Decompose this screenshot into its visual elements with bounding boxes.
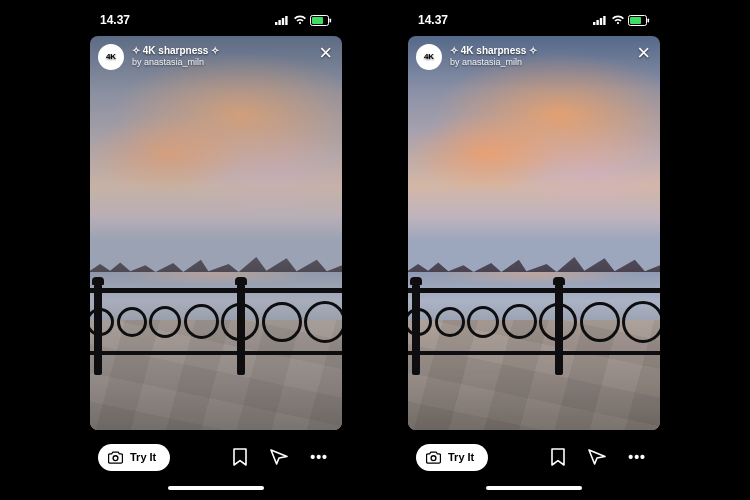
more-button[interactable]: ••• <box>622 445 652 469</box>
filter-title-block[interactable]: ✧ 4K sharpness ✧ by anastasia_miln <box>132 44 309 69</box>
svg-rect-13 <box>630 17 641 24</box>
svg-rect-5 <box>312 17 323 24</box>
more-button[interactable]: ••• <box>304 445 334 469</box>
bottom-action-bar: Try It ••• <box>404 430 664 484</box>
close-icon[interactable]: × <box>317 44 334 62</box>
svg-rect-6 <box>330 18 332 22</box>
camera-icon <box>108 451 123 464</box>
filter-avatar[interactable]: 4K <box>416 44 442 70</box>
send-icon <box>270 449 288 465</box>
share-button[interactable] <box>582 443 612 471</box>
bookmark-icon <box>550 448 566 466</box>
signal-icon <box>593 15 608 25</box>
wifi-icon <box>293 15 307 25</box>
wifi-icon <box>611 15 625 25</box>
send-icon <box>588 449 606 465</box>
phone-screen-right: 14.37 <box>404 6 664 496</box>
signal-icon <box>275 15 290 25</box>
status-indicators <box>593 15 650 26</box>
photo-pavement <box>90 320 342 430</box>
svg-rect-1 <box>278 20 280 25</box>
phone-screen-left: 14.37 <box>86 6 346 496</box>
try-it-label: Try It <box>448 451 474 463</box>
svg-point-15 <box>431 455 436 460</box>
story-header: 4K ✧ 4K sharpness ✧ by anastasia_miln × <box>98 44 334 70</box>
share-button[interactable] <box>264 443 294 471</box>
status-bar: 14.37 <box>86 6 346 34</box>
status-time: 14.37 <box>418 13 448 27</box>
svg-rect-8 <box>593 22 595 25</box>
bottom-action-bar: Try It ••• <box>86 430 346 484</box>
svg-rect-3 <box>285 16 287 25</box>
story-viewport[interactable]: 4K ✧ 4K sharpness ✧ by anastasia_miln × <box>408 36 660 430</box>
save-button[interactable] <box>226 442 254 472</box>
filter-title-block[interactable]: ✧ 4K sharpness ✧ by anastasia_miln <box>450 44 627 69</box>
svg-rect-2 <box>282 18 284 25</box>
filter-title: ✧ 4K sharpness ✧ <box>450 44 627 57</box>
more-icon: ••• <box>628 449 646 465</box>
svg-point-7 <box>113 455 118 460</box>
status-bar: 14.37 <box>404 6 664 34</box>
svg-rect-11 <box>603 16 605 25</box>
avatar-label: 4K <box>424 53 434 61</box>
save-button[interactable] <box>544 442 572 472</box>
bookmark-icon <box>232 448 248 466</box>
home-indicator[interactable] <box>486 486 582 490</box>
try-it-button[interactable]: Try It <box>416 444 488 471</box>
try-it-label: Try It <box>130 451 156 463</box>
photo-pavement <box>408 320 660 430</box>
filter-avatar[interactable]: 4K <box>98 44 124 70</box>
battery-icon <box>310 15 332 26</box>
camera-icon <box>426 451 441 464</box>
status-indicators <box>275 15 332 26</box>
filter-author: by anastasia_miln <box>450 57 627 69</box>
more-icon: ••• <box>310 449 328 465</box>
photo-water <box>90 272 342 319</box>
story-viewport[interactable]: 4K ✧ 4K sharpness ✧ by anastasia_miln × <box>90 36 342 430</box>
svg-rect-10 <box>600 18 602 25</box>
svg-rect-14 <box>648 18 650 22</box>
svg-rect-0 <box>275 22 277 25</box>
battery-icon <box>628 15 650 26</box>
filter-title: ✧ 4K sharpness ✧ <box>132 44 309 57</box>
status-time: 14.37 <box>100 13 130 27</box>
story-header: 4K ✧ 4K sharpness ✧ by anastasia_miln × <box>416 44 652 70</box>
photo-water <box>408 272 660 319</box>
try-it-button[interactable]: Try It <box>98 444 170 471</box>
avatar-label: 4K <box>106 53 116 61</box>
svg-rect-9 <box>596 20 598 25</box>
filter-author: by anastasia_miln <box>132 57 309 69</box>
close-icon[interactable]: × <box>635 44 652 62</box>
home-indicator[interactable] <box>168 486 264 490</box>
